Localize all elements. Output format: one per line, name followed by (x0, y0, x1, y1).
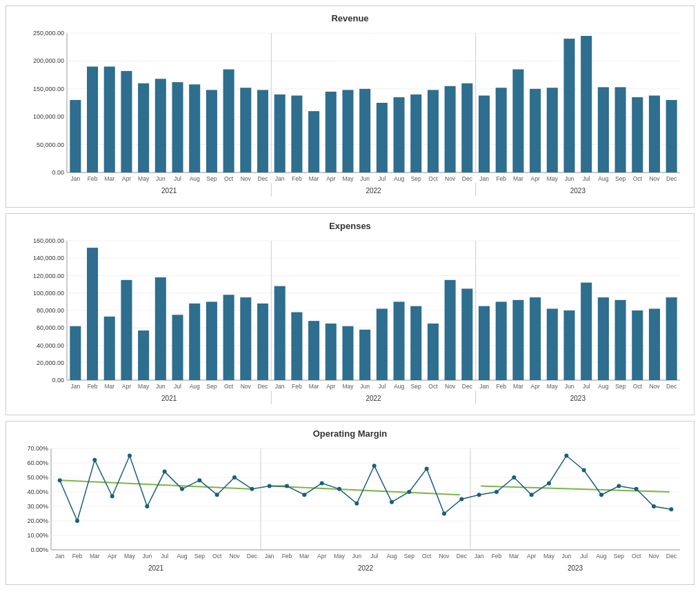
margin-title: Operating Margin (13, 428, 687, 439)
expenses-canvas (13, 235, 687, 411)
expenses-title: Expenses (13, 221, 687, 231)
expenses-chart: Expenses (6, 213, 694, 415)
revenue-chart: Revenue (6, 6, 694, 208)
charts-container: Revenue Expenses Operating Margin (0, 0, 700, 591)
revenue-title: Revenue (13, 13, 687, 23)
margin-canvas (13, 443, 687, 581)
margin-chart: Operating Margin (6, 421, 694, 585)
revenue-canvas (13, 28, 687, 204)
